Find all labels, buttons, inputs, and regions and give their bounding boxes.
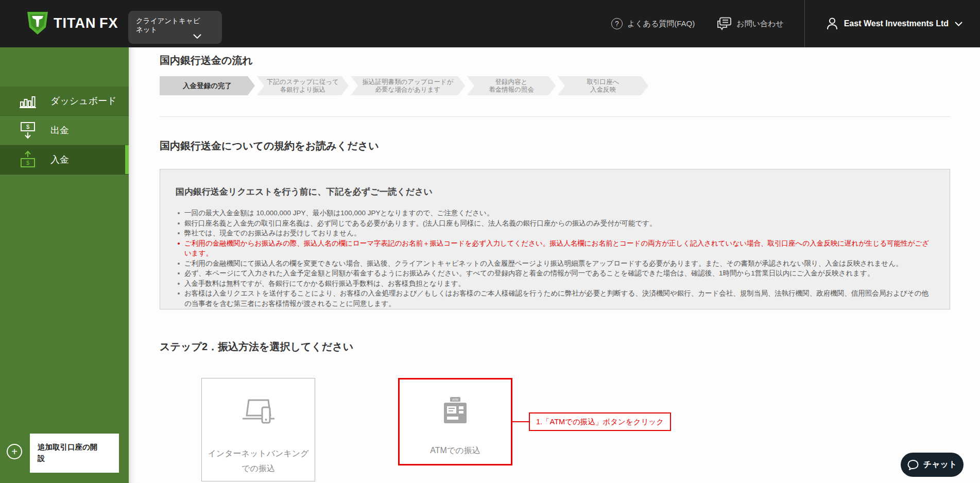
terms-box-heading: 国内銀行送金リクエストを行う前に、下記を必ずご一読ください (176, 186, 934, 198)
svg-text:$: $ (26, 160, 29, 166)
terms-item: 入金手数料は無料ですが、各銀行にてかかる銀行振込手数料は、お客様負担となります。 (176, 279, 934, 289)
chat-bubble-icon (907, 460, 919, 470)
step-funds-reflected: 取引口座へ 入金反映 (558, 76, 648, 95)
step-line2: 着金情報の照会 (467, 86, 556, 94)
account-chevron-down-icon (955, 22, 962, 26)
terms-item: 一回の最大入金金額は 10,000,000 JPY、最小額は100,000 JP… (176, 208, 934, 218)
user-icon (827, 18, 838, 30)
step-line2: 入金反映 (558, 86, 648, 94)
sidebar-item-label: ダッシュボード (50, 95, 117, 107)
withdraw-icon: $ (20, 122, 36, 139)
step-line1: 振込証明書類のアップロードが (351, 78, 465, 86)
question-circle-icon: ? (611, 18, 623, 29)
flow-title: 国内銀行送金の流れ (160, 54, 253, 67)
sidebar-item-label: 出金 (50, 124, 69, 136)
terms-title: 国内銀行送金についての規約をお読みください (160, 139, 379, 153)
contact-link[interactable]: お問い合わせ (716, 17, 783, 30)
step-line1: 下記のステップに従って (257, 78, 349, 86)
account-menu[interactable]: East West Investments Ltd (805, 0, 980, 47)
chat-bubbles-icon (716, 17, 732, 30)
annotation-connector-line (512, 421, 529, 422)
step2-title: ステップ2．振込方法を選択してください (160, 340, 353, 354)
bar-chart-icon (20, 93, 36, 109)
sidebar-item-label: 入金 (50, 153, 69, 166)
active-accent-bar (125, 145, 129, 174)
brand-name: TITAN FX (54, 15, 118, 31)
svg-text:ATM: ATM (452, 398, 458, 401)
sidebar: ダッシュボード $ 出金 $ 入金 (0, 47, 129, 483)
chat-label: チャット (923, 459, 957, 470)
chat-widget-button[interactable]: チャット (901, 453, 964, 477)
atm-option-button[interactable]: ATM ATMでの振込 (398, 378, 512, 465)
atm-label: ATMでの振込 (402, 443, 509, 458)
terms-item: 必ず、本ページにて入力された入金予定金額と同額が着金するようにお振込みください。… (176, 268, 934, 279)
atm-icon: ATM (440, 397, 471, 425)
sidebar-item-deposit[interactable]: $ 入金 (0, 145, 129, 175)
step-line1: 取引口座へ (558, 78, 648, 86)
terms-list: 一回の最大入金金額は 10,000,000 JPY、最小額は100,000 JP… (176, 208, 934, 308)
section-divider (160, 116, 950, 117)
terms-item-alert: ご利用の金融機関からお振込みの際、振込人名の欄にローマ字表記のお名前＋振込コード… (176, 238, 934, 258)
terms-item: 弊社では、現金でのお振込みはお受けしておりません。 (176, 228, 934, 238)
brand-logo[interactable]: TITAN FX (27, 11, 118, 35)
sidebar-item-dashboard[interactable]: ダッシュボード (0, 87, 129, 116)
client-cabinet-dropdown[interactable]: クライアントキャビネット (128, 11, 222, 44)
account-name: East West Investments Ltd (844, 19, 949, 28)
progress-steps: 入金登録の完了 下記のステップに従って 各銀行より振込 振込証明書類のアップロー… (160, 76, 650, 95)
step-upload-proof: 振込証明書類のアップロードが 必要な場合があります (351, 76, 465, 95)
terms-item: お客様は入金リクエストを送付することにより、お客様の入金処理および／もしくはお客… (176, 288, 934, 308)
step-line2: 各銀行より振込 (257, 86, 349, 94)
deposit-icon: $ (20, 151, 36, 168)
step-line2: 必要な場合があります (351, 86, 465, 94)
titanfx-shield-icon (27, 11, 48, 35)
faq-link[interactable]: ? よくある質問(FAQ) (611, 18, 695, 29)
terms-box: 国内銀行送金リクエストを行う前に、下記を必ずご一読ください 一回の最大入金金額は… (160, 169, 950, 309)
step-line1: 入金登録の完了 (160, 82, 255, 90)
contact-label: お問い合わせ (736, 19, 783, 29)
add-account-button[interactable]: 追加取引口座の開設 (30, 434, 119, 473)
svg-text:$: $ (26, 124, 29, 130)
top-header: TITAN FX クライアントキャビネット ? よくある質問(FAQ) お問い合… (0, 0, 980, 47)
step-line1: 登録内容と (467, 78, 556, 86)
step-transfer-from-bank: 下記のステップに従って 各銀行より振込 (257, 76, 349, 95)
terms-item: ご利用の金融機関にて振込人名の欄を変更できない場合、振込後、クライアントキャビネ… (176, 258, 934, 269)
step-registration-complete: 入金登録の完了 (160, 76, 255, 95)
terms-item: 銀行口座名義と入金先の取引口座名義は、必ず同じである必要があります。(法人口座も… (176, 218, 934, 229)
internet-banking-icon (242, 398, 276, 427)
faq-label: よくある質問(FAQ) (627, 19, 695, 29)
plus-circle-icon[interactable]: + (7, 444, 22, 459)
internet-banking-option-button[interactable]: インターネットバンキングでの振込 (201, 378, 315, 481)
client-cabinet-label: クライアントキャビネット (128, 11, 222, 34)
annotation-callout: 1.「ATMでの振込」ボタンをクリック (529, 412, 671, 431)
internet-banking-label: インターネットバンキングでの振込 (204, 446, 313, 476)
sidebar-item-withdrawal[interactable]: $ 出金 (0, 116, 129, 145)
step-verification: 登録内容と 着金情報の照会 (467, 76, 556, 95)
main-content: 国内銀行送金の流れ 入金登録の完了 下記のステップに従って 各銀行より振込 振込… (129, 47, 980, 483)
chevron-down-icon (193, 34, 201, 39)
